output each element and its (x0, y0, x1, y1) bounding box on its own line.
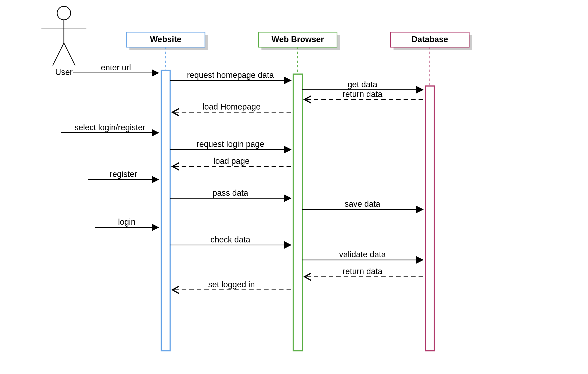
msg-label: check data (211, 235, 251, 244)
activation-database (425, 86, 434, 351)
lifeline-website: Website (126, 32, 208, 351)
msg-validate-data: validate data (302, 250, 423, 260)
msg-select-login-register: select login/register (61, 123, 158, 133)
msg-load-homepage: load Homepage (172, 102, 291, 112)
msg-return-data-2: return data (305, 267, 423, 277)
msg-get-data: get data (302, 80, 423, 90)
actor-user: User (41, 6, 86, 77)
svg-line-4 (64, 43, 75, 66)
msg-label: request homepage data (187, 70, 274, 80)
msg-pass-data: pass data (170, 188, 291, 198)
msg-label: save data (345, 199, 381, 208)
msg-label: load Homepage (203, 102, 261, 111)
msg-request-login-page: request login page (170, 139, 291, 150)
activation-website (161, 70, 170, 351)
msg-load-page: load page (172, 156, 291, 166)
lifeline-browser-label: Web Browser (272, 35, 324, 44)
msg-label: login (118, 217, 135, 227)
lifeline-database: Database (391, 32, 472, 351)
msg-label: pass data (212, 188, 248, 198)
msg-request-homepage: request homepage data (170, 70, 291, 81)
msg-save-data: save data (302, 199, 423, 209)
activation-browser (293, 74, 302, 351)
msg-return-data-1: return data (305, 89, 423, 100)
msg-check-data: check data (170, 235, 291, 245)
msg-label: set logged in (208, 280, 255, 289)
actor-label: User (55, 67, 73, 77)
msg-enter-url: enter url (73, 63, 159, 73)
msg-label: get data (348, 80, 378, 89)
msg-label: return data (342, 89, 383, 99)
msg-set-logged-in: set logged in (172, 280, 291, 290)
sequence-diagram: User Website Web Browser Database enter … (0, 0, 588, 374)
svg-line-3 (53, 43, 64, 66)
lifeline-website-label: Website (150, 35, 181, 44)
msg-login: login (95, 217, 158, 227)
msg-label: register (110, 169, 137, 179)
lifeline-database-label: Database (412, 35, 448, 44)
msg-register: register (88, 169, 158, 180)
msg-label: enter url (101, 63, 131, 72)
lifeline-browser: Web Browser (258, 32, 340, 351)
msg-label: return data (342, 267, 383, 276)
msg-label: request login page (197, 139, 264, 149)
msg-label: load page (214, 156, 250, 166)
svg-point-0 (57, 6, 71, 20)
msg-label: select login/register (74, 123, 145, 132)
msg-label: validate data (339, 250, 386, 259)
